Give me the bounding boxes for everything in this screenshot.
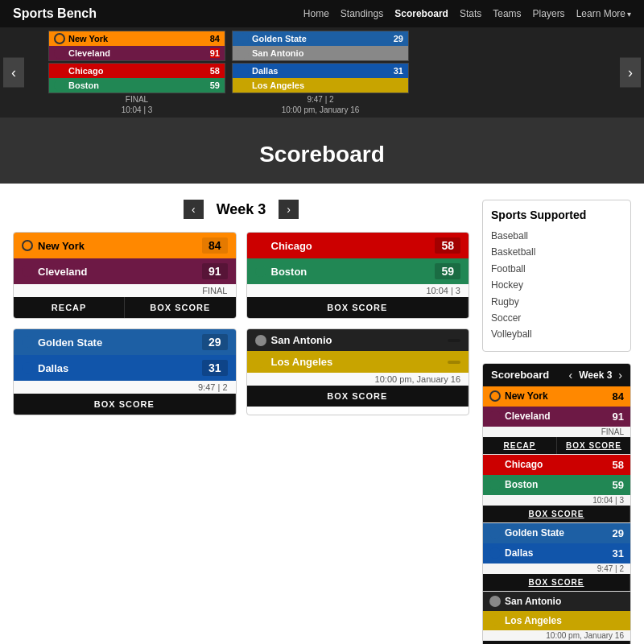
- game1-recap-button[interactable]: RECAP: [14, 297, 125, 318]
- la-logo-card: [255, 357, 266, 368]
- game1-status: FINAL: [14, 284, 236, 297]
- nav-players[interactable]: Players: [533, 8, 565, 19]
- sb-game3-boxscore-button[interactable]: BOX SCORE: [483, 574, 630, 591]
- sb-game3-actions: BOX SCORE: [483, 574, 630, 591]
- sb-game4-boxscore-button[interactable]: BOX SCORE: [483, 641, 630, 644]
- cle-logo: [54, 47, 65, 59]
- sa-logo-t: [237, 47, 249, 59]
- sb-ny-logo: [489, 390, 501, 402]
- ticker-game2-away-score: 58: [210, 66, 220, 76]
- sb-game4-team2-name: Los Angeles: [489, 615, 562, 626]
- sb-game2-boxscore-button[interactable]: BOX SCORE: [483, 506, 630, 522]
- sb-game2-team2-score: 59: [613, 479, 624, 491]
- sb-game3-status: 9:47 | 2: [483, 564, 630, 574]
- game-card-2: Chicago 58 Boston 59 10:04 | 3 BOX SCORE: [246, 232, 470, 319]
- game1-team1-score: 84: [202, 237, 228, 254]
- game3-team1-row: Golden State 29: [14, 329, 236, 355]
- game1-boxscore-button[interactable]: BOX SCORE: [125, 297, 235, 318]
- nav-links: Home Standings Scoreboard Stats Teams Pl…: [303, 8, 631, 19]
- ticker-game4-away-name: Dallas: [252, 66, 278, 76]
- sb-game4-team1-name: San Antonio: [489, 596, 561, 607]
- navigation: Sports Bench Home Standings Scoreboard S…: [0, 0, 644, 27]
- sb-game4-status: 10:00 pm, January 16: [483, 630, 630, 641]
- game4-team2-label: Los Angeles: [255, 356, 333, 368]
- game2-team2-label: Boston: [255, 266, 308, 278]
- week-prev-button[interactable]: ‹: [184, 200, 204, 219]
- game3-boxscore-button[interactable]: BOX SCORE: [14, 394, 236, 415]
- sport-hockey: Hockey: [491, 277, 622, 293]
- sb-game-1: New York 84 Cleveland 91 FINAL RECAP BOX…: [483, 386, 630, 455]
- game4-boxscore-button[interactable]: BOX SCORE: [247, 386, 469, 407]
- sb-game-4: San Antonio Los Angeles 10:00 pm, Januar…: [483, 592, 630, 644]
- game2-team1-label: Chicago: [255, 240, 312, 252]
- ticker-status-4: 10:00 pm, January 16: [232, 105, 409, 114]
- sb-game3-team2-name: Dallas: [489, 547, 533, 559]
- game1-team2-label: Cleveland: [22, 266, 87, 278]
- nav-home[interactable]: Home: [303, 8, 329, 19]
- sb-game2-status: 10:04 | 3: [483, 495, 630, 506]
- sb-sa-logo: [489, 596, 501, 607]
- ticker-game1-away-score: 84: [210, 34, 220, 43]
- sb-game2-team2-name: Boston: [489, 479, 538, 490]
- week-next-button[interactable]: ›: [279, 200, 299, 219]
- sb-game4-team2-row: Los Angeles: [483, 611, 630, 630]
- chi-logo-t: [54, 65, 65, 76]
- sport-rugby: Rugby: [491, 294, 622, 310]
- game3-team2-row: Dallas 31: [14, 355, 236, 381]
- game4-status: 10:00 pm, January 16: [247, 373, 469, 386]
- sb-game1-team2-score: 91: [613, 411, 624, 423]
- ny-logo-card: [22, 240, 33, 251]
- game4-team2-row: Los Angeles: [247, 351, 469, 373]
- sb-dal-logo: [489, 547, 501, 559]
- sb-bos-logo: [489, 479, 501, 490]
- sb-la-logo: [489, 615, 501, 626]
- game4-team1-name: San Antonio: [271, 334, 332, 346]
- sport-volleyball: Volleyball: [491, 326, 622, 342]
- ticker-status-2: 9:47 | 2: [232, 95, 409, 104]
- game3-team1-name: Golden State: [38, 336, 102, 349]
- game3-actions: BOX SCORE: [14, 394, 236, 415]
- game2-status: 10:04 | 3: [247, 284, 469, 297]
- sb-prev-week-button[interactable]: ‹: [569, 369, 573, 382]
- sidebar-scoreboard-header: Scoreboard ‹ Week 3 ›: [483, 364, 630, 386]
- sa-logo-card: [255, 335, 266, 346]
- sb-game1-recap-button[interactable]: RECAP: [483, 437, 557, 454]
- sb-game1-status: FINAL: [483, 427, 630, 437]
- game2-boxscore-button[interactable]: BOX SCORE: [247, 297, 469, 318]
- nav-stats[interactable]: Stats: [460, 8, 481, 19]
- sb-game1-boxscore-button[interactable]: BOX SCORE: [557, 437, 630, 454]
- ticker-game2-home-name: Boston: [68, 80, 99, 90]
- game1-team1-name: New York: [38, 240, 85, 252]
- ticker-next-button[interactable]: ›: [620, 58, 641, 88]
- sb-week-nav: ‹ Week 3 ›: [569, 369, 622, 382]
- la-logo-t: [237, 80, 249, 91]
- gs-logo-t: [237, 33, 249, 44]
- ticker-prev-button[interactable]: ‹: [3, 58, 24, 88]
- game3-status: 9:47 | 2: [14, 381, 236, 394]
- sb-game1-team1-name: New York: [489, 390, 548, 402]
- game3-team1-score: 29: [202, 334, 228, 350]
- game1-team2-name: Cleveland: [38, 266, 87, 278]
- sb-game-3: Golden State 29 Dallas 31 9:47 | 2 BOX S…: [483, 523, 630, 592]
- gs-logo-card: [22, 336, 33, 348]
- sidebar-scoreboard-widget: Scoreboard ‹ Week 3 › New York 84: [482, 363, 631, 644]
- ticker-game1-away-name: New York: [68, 34, 108, 43]
- score-ticker: ‹ New York 84 Clevelan: [0, 27, 644, 118]
- nav-scoreboard[interactable]: Scoreboard: [394, 8, 448, 19]
- nav-learnmore[interactable]: Learn More ▾: [576, 8, 631, 19]
- ticker-game3-home-name: San Antonio: [252, 48, 303, 58]
- sb-game3-team1-score: 29: [613, 527, 624, 539]
- sports-list: Baseball Basketball Football Hockey Rugb…: [491, 228, 622, 343]
- game3-team2-name: Dallas: [38, 362, 68, 374]
- bos-logo-t: [54, 80, 65, 91]
- game2-team1-name: Chicago: [271, 240, 312, 252]
- sb-game1-team2-name: Cleveland: [489, 411, 551, 422]
- sidebar-scoreboard-title: Scoreboard: [491, 369, 549, 381]
- game-card-3: Golden State 29 Dallas 31 9:47 | 2 BOX S…: [13, 328, 237, 415]
- nav-standings[interactable]: Standings: [341, 8, 383, 19]
- game4-team2-score: [448, 361, 460, 364]
- game2-team1-row: Chicago 58: [247, 233, 469, 258]
- sb-next-week-button[interactable]: ›: [618, 369, 622, 382]
- game3-team2-label: Dallas: [22, 362, 68, 374]
- nav-teams[interactable]: Teams: [493, 8, 521, 19]
